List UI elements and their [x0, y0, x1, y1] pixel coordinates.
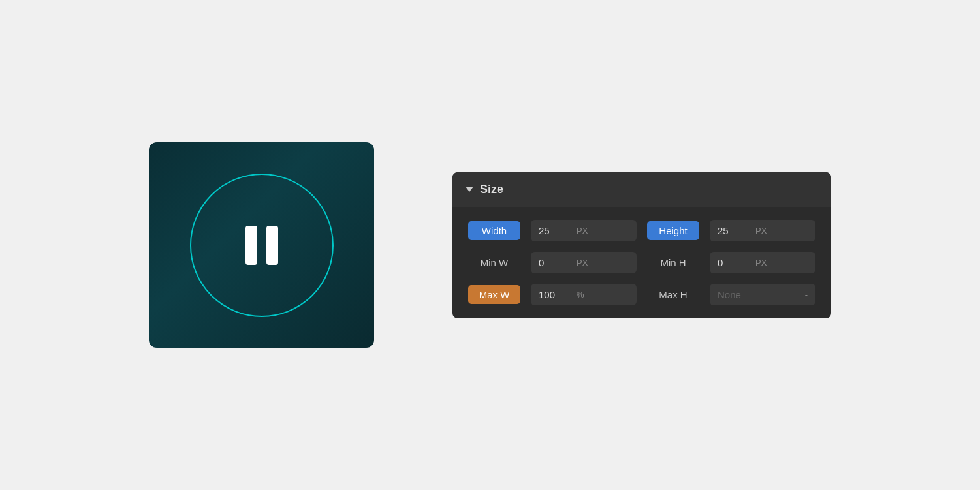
panel-header: Size [452, 172, 831, 207]
panel-body: Width PX Height PX Min W PX Min H PX [452, 207, 831, 318]
max-w-unit: % [577, 284, 592, 305]
max-h-value: None [710, 284, 805, 305]
max-h-label: Max H [647, 285, 699, 304]
circle-outline [190, 174, 334, 317]
max-w-label: Max W [468, 285, 520, 304]
max-w-input-group[interactable]: % [531, 284, 637, 305]
min-w-unit: PX [577, 253, 595, 273]
min-w-input-group[interactable]: PX [531, 252, 637, 273]
max-w-input[interactable] [531, 284, 577, 305]
size-row-min: Min W PX Min H PX [468, 252, 815, 273]
width-unit: PX [577, 221, 595, 241]
size-panel: Size Width PX Height PX Min W PX Min H [452, 172, 831, 318]
max-h-input-group[interactable]: None - [710, 284, 815, 305]
width-input-group[interactable]: PX [531, 220, 637, 241]
preview-card [149, 142, 374, 348]
pause-bar-right [266, 226, 278, 265]
min-h-input-group[interactable]: PX [710, 252, 815, 273]
panel-title: Size [480, 183, 503, 196]
width-label: Width [468, 221, 520, 240]
height-unit: PX [755, 221, 774, 241]
size-row-width-height: Width PX Height PX [468, 220, 815, 241]
max-h-unit: - [805, 284, 815, 305]
height-label: Height [647, 221, 699, 240]
min-w-input[interactable] [531, 252, 577, 273]
pause-bar-left [245, 226, 257, 265]
height-input[interactable] [710, 220, 755, 241]
height-input-group[interactable]: PX [710, 220, 815, 241]
size-row-max: Max W % Max H None - [468, 284, 815, 305]
chevron-down-icon[interactable] [466, 187, 473, 192]
min-h-input[interactable] [710, 252, 755, 273]
min-h-unit: PX [755, 253, 774, 273]
min-w-label: Min W [468, 253, 520, 272]
pause-icon [245, 226, 278, 265]
min-h-label: Min H [647, 253, 699, 272]
width-input[interactable] [531, 220, 577, 241]
